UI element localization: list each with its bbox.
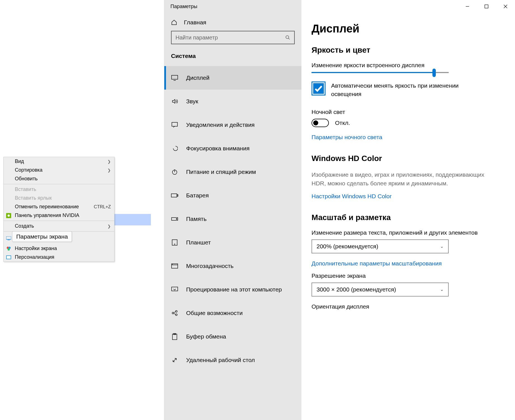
svg-rect-16 bbox=[171, 194, 177, 197]
section-brightness: Яркость и цвет bbox=[312, 46, 505, 55]
svg-line-29 bbox=[174, 312, 175, 313]
ctx-display-settings[interactable]: x Параметры экрана bbox=[4, 232, 114, 244]
nav-multitask[interactable]: Многозадачность bbox=[164, 254, 301, 278]
ctx-label: Сортировка bbox=[15, 167, 43, 173]
nav-shared[interactable]: Общие возможности bbox=[164, 301, 301, 325]
ctx-label: Обновить bbox=[15, 176, 38, 182]
display-icon bbox=[6, 235, 11, 241]
settings-window: Параметры Главная Найти параметр Система… bbox=[164, 0, 515, 420]
keyboard-shortcut: CTRL+Z bbox=[94, 204, 111, 209]
svg-point-6 bbox=[8, 248, 10, 251]
sound-icon bbox=[171, 98, 178, 104]
night-light-settings-link[interactable]: Параметры ночного света bbox=[312, 134, 505, 141]
ctx-personalize[interactable]: Персонализация bbox=[4, 253, 114, 262]
ctx-label: Настройки экрана bbox=[15, 246, 57, 251]
nav-project[interactable]: Проецирование на этот компьютер bbox=[164, 278, 301, 301]
svg-rect-34 bbox=[485, 5, 488, 8]
svg-point-28 bbox=[175, 314, 177, 316]
section-scale: Масштаб и разметка bbox=[312, 213, 505, 222]
ctx-sort[interactable]: Сортировка ❯ bbox=[4, 166, 114, 174]
chevron-right-icon: ❯ bbox=[107, 159, 111, 164]
ctx-label: Вставить bbox=[15, 186, 36, 192]
category-label: Система bbox=[164, 53, 301, 66]
desktop-context-menu: Вид ❯ Сортировка ❯ Обновить Вставить Вст… bbox=[3, 157, 114, 262]
night-light-toggle[interactable] bbox=[312, 119, 329, 127]
search-input[interactable]: Найти параметр bbox=[171, 31, 295, 44]
focus-icon bbox=[171, 145, 178, 151]
nav-home[interactable]: Главная bbox=[164, 13, 301, 31]
nav-remote[interactable]: Удаленный рабочий стол bbox=[164, 348, 301, 372]
nav-notifications[interactable]: Уведомления и действия bbox=[164, 113, 301, 137]
slider-thumb[interactable] bbox=[432, 69, 436, 77]
nav-focus[interactable]: Фокусировка внимания bbox=[164, 137, 301, 160]
settings-content: Дисплей Яркость и цвет Изменение яркости… bbox=[301, 0, 515, 420]
tooltip-highlight: Параметры экрана bbox=[12, 231, 72, 242]
search-icon bbox=[285, 35, 290, 40]
resolution-select[interactable]: 3000 × 2000 (рекомендуется) ⌄ bbox=[312, 283, 449, 297]
ctx-view[interactable]: Вид ❯ bbox=[4, 157, 114, 166]
close-button[interactable] bbox=[496, 0, 515, 13]
ctx-nvidia-panel[interactable]: Панель управления NVIDIA bbox=[4, 211, 114, 220]
svg-point-19 bbox=[176, 219, 177, 220]
clipboard-icon bbox=[171, 333, 178, 340]
hdcolor-settings-link[interactable]: Настройки Windows HD Color bbox=[312, 193, 505, 200]
ctx-screen-settings[interactable]: Настройки экрана bbox=[4, 244, 114, 253]
svg-rect-3 bbox=[8, 240, 10, 240]
ctx-label: Панель управления NVIDIA bbox=[15, 213, 79, 218]
brightness-slider-label: Изменение яркости встроенного дисплея bbox=[312, 62, 505, 69]
display-icon bbox=[171, 75, 178, 81]
nav-sound[interactable]: Звук bbox=[164, 90, 301, 113]
nav-battery[interactable]: Батарея bbox=[164, 184, 301, 207]
scale-label: Изменение размера текста, приложений и д… bbox=[312, 229, 505, 236]
night-light-state: Откл. bbox=[335, 120, 350, 126]
chevron-down-icon: ⌄ bbox=[440, 287, 444, 292]
remote-icon bbox=[171, 357, 178, 363]
ctx-refresh[interactable]: Обновить bbox=[4, 174, 114, 183]
chevron-down-icon: ⌄ bbox=[440, 244, 444, 249]
nav-tablet[interactable]: Планшет bbox=[164, 231, 301, 254]
shared-icon bbox=[171, 310, 178, 316]
slider-fill bbox=[312, 72, 434, 73]
multitask-icon bbox=[171, 263, 178, 269]
svg-rect-2 bbox=[6, 236, 11, 239]
ctx-label: Вид bbox=[15, 158, 24, 164]
nvidia-icon bbox=[6, 213, 11, 218]
window-title: Параметры bbox=[164, 0, 301, 13]
svg-point-26 bbox=[172, 312, 174, 314]
auto-brightness-row: Автоматически менять яркость при изменен… bbox=[312, 81, 505, 99]
chevron-right-icon: ❯ bbox=[107, 224, 111, 228]
nav-storage[interactable]: Память bbox=[164, 207, 301, 231]
nav-clipboard[interactable]: Буфер обмена bbox=[164, 325, 301, 348]
nav-power[interactable]: Питание и спящий режим bbox=[164, 160, 301, 184]
svg-point-21 bbox=[174, 244, 175, 244]
ctx-new[interactable]: Создать ❯ bbox=[4, 222, 114, 230]
night-light-label: Ночной свет bbox=[312, 109, 505, 115]
maximize-button[interactable] bbox=[477, 0, 496, 13]
svg-rect-17 bbox=[177, 195, 178, 196]
nav-list: Дисплей Звук Уведомления и действия Фоку… bbox=[164, 66, 301, 372]
storage-icon bbox=[171, 217, 178, 221]
ctx-undo-rename[interactable]: Отменить переименование CTRL+Z bbox=[4, 202, 114, 211]
page-title: Дисплей bbox=[312, 22, 505, 35]
orientation-label: Ориентация дисплея bbox=[312, 303, 505, 310]
scale-value: 200% (рекомендуется) bbox=[317, 243, 378, 250]
tablet-icon bbox=[171, 239, 178, 246]
scale-select[interactable]: 200% (рекомендуется) ⌄ bbox=[312, 239, 449, 253]
toggle-knob bbox=[313, 120, 318, 125]
svg-point-1 bbox=[8, 214, 10, 217]
svg-line-10 bbox=[288, 38, 290, 39]
ctx-paste: Вставить bbox=[4, 185, 114, 194]
brightness-slider[interactable] bbox=[312, 72, 449, 73]
chevron-right-icon: ❯ bbox=[107, 168, 111, 172]
notifications-icon bbox=[171, 122, 178, 128]
resolution-label: Разрешение экрана bbox=[312, 272, 505, 279]
minimize-button[interactable] bbox=[458, 0, 477, 13]
battery-icon bbox=[171, 193, 178, 197]
settings-color-icon bbox=[6, 246, 11, 251]
nav-display[interactable]: Дисплей bbox=[164, 66, 301, 90]
auto-brightness-checkbox[interactable] bbox=[312, 81, 326, 95]
svg-line-30 bbox=[174, 313, 175, 314]
advanced-scale-link[interactable]: Дополнительные параметры масштабирования bbox=[312, 260, 505, 267]
ctx-label: Отменить переименование bbox=[15, 204, 79, 210]
home-icon bbox=[171, 19, 178, 25]
